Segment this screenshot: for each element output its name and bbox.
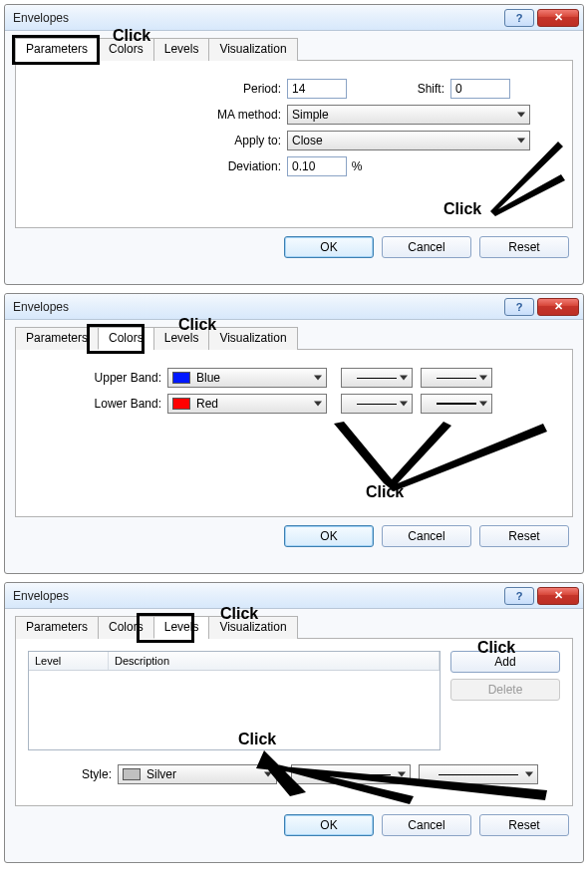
panel-parameters: Period: Shift: MA method: Simple Apply t… — [15, 61, 573, 228]
upper-color-value: Blue — [196, 371, 220, 385]
shift-input[interactable] — [450, 79, 510, 99]
dialog-levels: Envelopes ? ✕ Parameters Colors Levels V… — [4, 582, 584, 863]
lower-band-label: Lower Band: — [28, 397, 167, 411]
ma-method-combo[interactable]: Simple — [287, 105, 530, 125]
lower-color-combo[interactable]: Red — [167, 394, 327, 414]
col-description: Description — [109, 652, 440, 670]
style-line-combo[interactable] — [291, 764, 411, 784]
ma-method-label: MA method: — [28, 108, 287, 122]
chevron-down-icon — [400, 376, 408, 381]
chevron-down-icon — [517, 139, 525, 144]
apply-to-label: Apply to: — [28, 134, 287, 147]
button-row: OK Cancel Reset — [15, 228, 573, 260]
lower-swatch — [172, 398, 190, 410]
titlebar: Envelopes ? ✕ — [5, 294, 583, 320]
apply-to-value: Close — [292, 134, 323, 147]
tab-colors[interactable]: Colors — [98, 38, 154, 61]
upper-color-combo[interactable]: Blue — [167, 368, 327, 388]
tab-colors[interactable]: Colors — [98, 327, 154, 350]
cancel-button[interactable]: Cancel — [382, 525, 471, 547]
style-color-value: Silver — [147, 767, 176, 781]
panel-colors: Upper Band: Blue Lower Band: Red — [15, 350, 573, 517]
upper-width-combo[interactable] — [421, 368, 492, 388]
deviation-unit: % — [347, 159, 367, 173]
tab-levels[interactable]: Levels — [153, 327, 210, 350]
lower-color-value: Red — [196, 397, 218, 411]
cancel-button[interactable]: Cancel — [382, 236, 471, 258]
apply-to-combo[interactable]: Close — [287, 131, 530, 150]
chevron-down-icon — [479, 402, 487, 407]
tab-parameters[interactable]: Parameters — [15, 327, 99, 350]
delete-button: Delete — [450, 679, 560, 701]
chevron-down-icon — [314, 376, 322, 381]
dialog-colors: Envelopes ? ✕ Parameters Colors Levels V… — [4, 293, 584, 574]
button-row: OK Cancel Reset — [15, 517, 573, 549]
chevron-down-icon — [517, 113, 525, 118]
reset-button[interactable]: Reset — [479, 814, 569, 836]
period-input[interactable] — [287, 79, 347, 99]
chevron-down-icon — [479, 376, 487, 381]
tab-levels[interactable]: Levels — [153, 616, 210, 639]
tab-levels[interactable]: Levels — [153, 38, 210, 61]
deviation-input[interactable] — [287, 156, 347, 176]
chevron-down-icon — [525, 772, 533, 777]
help-button[interactable]: ? — [504, 298, 534, 316]
reset-button[interactable]: Reset — [479, 236, 569, 258]
dialog-parameters: Envelopes ? ✕ Parameters Colors Levels V… — [4, 4, 584, 285]
tab-strip: Parameters Colors Levels Visualization — [15, 615, 573, 639]
close-button[interactable]: ✕ — [537, 587, 579, 605]
lower-width-combo[interactable] — [421, 394, 492, 414]
deviation-label: Deviation: — [28, 159, 287, 173]
levels-list[interactable]: Level Description — [28, 651, 441, 750]
tab-parameters[interactable]: Parameters — [15, 616, 99, 639]
window-title: Envelopes — [13, 589, 501, 603]
ok-button[interactable]: OK — [284, 814, 374, 836]
upper-band-label: Upper Band: — [28, 371, 167, 385]
ma-method-value: Simple — [292, 108, 329, 122]
panel-levels: Level Description Add Delete Style: Silv… — [15, 639, 573, 806]
style-swatch — [123, 768, 141, 780]
close-button[interactable]: ✕ — [537, 298, 579, 316]
upper-swatch — [172, 372, 190, 384]
ok-button[interactable]: OK — [284, 236, 374, 258]
cancel-button[interactable]: Cancel — [382, 814, 471, 836]
lower-style-combo[interactable] — [341, 394, 413, 414]
tab-strip: Parameters Colors Levels Visualization — [15, 37, 573, 61]
chevron-down-icon — [400, 402, 408, 407]
style-label: Style: — [28, 767, 118, 781]
help-button[interactable]: ? — [504, 587, 534, 605]
chevron-down-icon — [398, 772, 406, 777]
tab-strip: Parameters Colors Levels Visualization — [15, 326, 573, 350]
chevron-down-icon — [314, 402, 322, 407]
ok-button[interactable]: OK — [284, 525, 374, 547]
button-row: OK Cancel Reset — [15, 806, 573, 838]
tab-visualization[interactable]: Visualization — [208, 327, 297, 350]
shift-label: Shift: — [347, 82, 450, 96]
titlebar: Envelopes ? ✕ — [5, 583, 583, 609]
tab-colors[interactable]: Colors — [98, 616, 154, 639]
style-width-combo[interactable] — [419, 764, 538, 784]
period-label: Period: — [28, 82, 287, 96]
window-title: Envelopes — [13, 300, 501, 314]
col-level: Level — [29, 652, 109, 670]
tab-visualization[interactable]: Visualization — [208, 38, 297, 61]
list-header: Level Description — [29, 652, 440, 671]
chevron-down-icon — [264, 772, 272, 777]
style-color-combo[interactable]: Silver — [118, 764, 277, 784]
help-button[interactable]: ? — [504, 9, 534, 27]
upper-style-combo[interactable] — [341, 368, 413, 388]
titlebar: Envelopes ? ✕ — [5, 5, 583, 31]
reset-button[interactable]: Reset — [479, 525, 569, 547]
add-button[interactable]: Add — [450, 651, 560, 673]
window-title: Envelopes — [13, 11, 501, 25]
tab-parameters[interactable]: Parameters — [15, 38, 99, 61]
tab-visualization[interactable]: Visualization — [208, 616, 297, 639]
close-button[interactable]: ✕ — [537, 9, 579, 27]
